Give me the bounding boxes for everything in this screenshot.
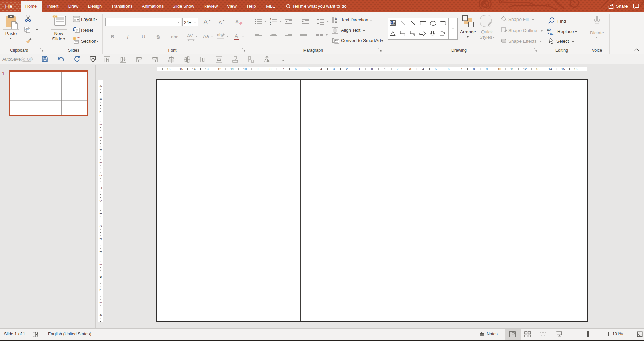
svg-text:0: 0 <box>371 67 373 71</box>
svg-text:2: 2 <box>99 225 102 227</box>
svg-text:1: 1 <box>99 213 102 214</box>
svg-text:A: A <box>391 21 393 24</box>
svg-text:10: 10 <box>498 67 501 71</box>
svg-text:ac: ac <box>550 31 554 35</box>
svg-text:6: 6 <box>99 276 102 278</box>
svg-text:2: 2 <box>346 67 348 71</box>
svg-text:4: 4 <box>320 67 322 71</box>
svg-text:4: 4 <box>422 67 424 71</box>
svg-text:8: 8 <box>270 67 271 71</box>
svg-text:5: 5 <box>99 136 102 138</box>
svg-text:16: 16 <box>574 67 578 71</box>
svg-text:13: 13 <box>205 67 209 71</box>
svg-text:1: 1 <box>99 187 102 189</box>
svg-text:2: 2 <box>99 175 102 176</box>
svg-text:A: A <box>335 17 337 21</box>
svg-text:7: 7 <box>99 111 102 113</box>
svg-text:5: 5 <box>99 263 102 265</box>
svg-text:5: 5 <box>308 67 309 71</box>
svg-text:15: 15 <box>561 67 565 71</box>
svg-text:7: 7 <box>99 289 102 291</box>
svg-text:5: 5 <box>435 67 436 71</box>
svg-text:10: 10 <box>243 67 247 71</box>
svg-text:11: 11 <box>230 67 234 71</box>
svg-text:1: 1 <box>359 67 360 71</box>
svg-text:9: 9 <box>486 67 488 71</box>
svg-text:2: 2 <box>397 67 398 71</box>
svg-text:3: 3 <box>99 162 102 163</box>
svg-text:6: 6 <box>99 123 102 125</box>
svg-text:14: 14 <box>192 67 196 71</box>
svg-text:3: 3 <box>270 23 271 25</box>
svg-text:3: 3 <box>409 67 411 71</box>
svg-text:3: 3 <box>333 67 335 71</box>
svg-text:12: 12 <box>523 67 527 71</box>
svg-text:9: 9 <box>99 314 102 316</box>
svg-text:13: 13 <box>536 67 539 71</box>
svg-text:0: 0 <box>99 200 102 201</box>
svg-text:7: 7 <box>460 67 462 71</box>
svg-text:ab: ab <box>547 27 551 31</box>
svg-text:1: 1 <box>384 67 386 71</box>
svg-text:6: 6 <box>295 67 296 71</box>
svg-text:6: 6 <box>448 67 449 71</box>
svg-text:8: 8 <box>99 302 102 303</box>
svg-text:7: 7 <box>282 67 284 71</box>
svg-text:3: 3 <box>99 238 102 240</box>
svg-text:15: 15 <box>179 67 183 71</box>
svg-text:9: 9 <box>257 67 258 71</box>
svg-text:16: 16 <box>167 67 171 71</box>
svg-text:12: 12 <box>218 67 221 71</box>
svg-text:8: 8 <box>99 98 102 100</box>
svg-text:9: 9 <box>99 85 102 87</box>
svg-text:11: 11 <box>510 67 514 71</box>
svg-text:14: 14 <box>548 67 552 71</box>
svg-text:4: 4 <box>99 251 102 253</box>
svg-text:8: 8 <box>473 67 475 71</box>
svg-text:4: 4 <box>99 149 102 151</box>
